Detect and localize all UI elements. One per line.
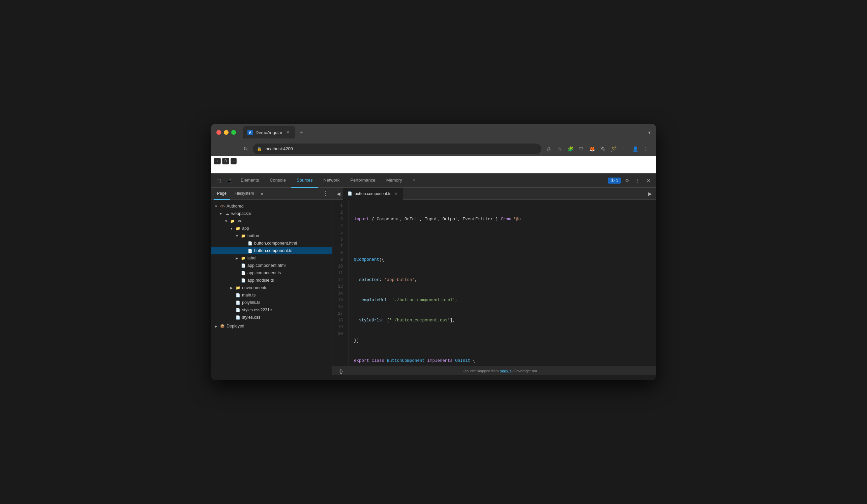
maximize-window-button[interactable] — [231, 130, 236, 135]
ext3-button[interactable]: 🪄 — [609, 144, 618, 154]
tree-item-webpack[interactable]: ☁ webpack:// — [211, 210, 332, 217]
tree-item-label-folder[interactable]: 📁 label — [211, 254, 332, 262]
line-num-9: 9 — [335, 256, 343, 263]
devtools-device-icon[interactable]: 📱 — [225, 176, 234, 185]
tree-item-app-html[interactable]: 📄 app.component.html — [211, 262, 332, 269]
line-num-3: 3 — [335, 216, 343, 223]
address-bar[interactable]: 🔒 localhost:4200 — [253, 143, 542, 154]
tree-item-app-module[interactable]: 📄 app.module.ts — [211, 277, 332, 284]
line-num-13: 13 — [335, 283, 343, 290]
close-window-button[interactable] — [216, 130, 221, 135]
tree-item-button-folder[interactable]: 📁 button — [211, 232, 332, 240]
tree-item-polyfills[interactable]: 📄 polyfills.ts — [211, 299, 332, 306]
line-num-20: 20 — [335, 330, 343, 337]
main-ts-icon: 📄 — [235, 293, 241, 298]
bookmark-button[interactable]: ☆ — [555, 144, 564, 154]
tree-item-authored[interactable]: </> Authored — [211, 202, 332, 210]
editor-tab-close-button[interactable]: ✕ — [393, 191, 399, 196]
devtools-settings-button[interactable]: ⚙ — [622, 176, 632, 185]
tree-item-src[interactable]: 📁 src — [211, 217, 332, 225]
tab-dropdown-button[interactable]: ▾ — [648, 130, 651, 135]
line-num-15: 15 — [335, 297, 343, 304]
issues-badge-button[interactable]: 🛈 1 — [608, 177, 621, 184]
tab-close-button[interactable]: ✕ — [285, 130, 291, 135]
ext4-button[interactable]: ⬚ — [620, 144, 629, 154]
file-tree: </> Authored ☁ webpack:// 📁 — [211, 200, 332, 375]
sidebar-menu-button[interactable]: ⋮ — [321, 190, 329, 198]
nav-actions: ⎙ ☆ 🧩 🛡 🦊 🔌 🪄 ⬚ 👤 ⋮ — [544, 144, 651, 154]
issues-count: 1 — [616, 178, 618, 183]
tab-memory[interactable]: Memory — [381, 174, 408, 188]
sidebar-more-button[interactable]: » — [258, 191, 265, 196]
tab-network[interactable]: Network — [318, 174, 345, 188]
zoom-level: 0 — [222, 158, 229, 164]
forward-button[interactable]: → — [228, 144, 238, 154]
devtools-pointer-icon[interactable]: ⬚ — [214, 176, 223, 185]
tab-title: DemoAngular — [256, 130, 282, 135]
line-num-6: 6 — [335, 236, 343, 243]
metamask-button[interactable]: 🦊 — [587, 144, 597, 154]
tree-item-main-ts[interactable]: 📄 main.ts — [211, 292, 332, 299]
tree-item-app[interactable]: 📁 app — [211, 225, 332, 232]
more-options-button[interactable]: ⋮ — [641, 144, 651, 154]
tree-item-styles-231c[interactable]: 📄 styles.css?231c — [211, 306, 332, 314]
tree-item-app-ts[interactable]: 📄 app.component.ts — [211, 269, 332, 277]
deployed-icon: 📦 — [220, 324, 225, 329]
main-area: + 0 - ⬚ 📱 Elements Console Sources Netwo… — [211, 156, 656, 380]
source-map-link[interactable]: main.js — [500, 369, 511, 373]
tab-more[interactable]: » — [408, 174, 421, 188]
tab-console[interactable]: Console — [264, 174, 291, 188]
source-map-label2: ) Coverage: n/a — [511, 369, 537, 373]
zoom-in-button[interactable]: + — [214, 158, 221, 164]
sidebar-tab-filesystem[interactable]: Filesystem — [231, 188, 257, 200]
address-secure-icon: 🔒 — [257, 146, 262, 151]
source-map-label: (source mapped from — [463, 369, 500, 373]
extensions-button[interactable]: 🧩 — [566, 144, 575, 154]
line-num-17: 17 — [335, 310, 343, 317]
styles-231c-label: styles.css?231c — [242, 308, 272, 312]
tab-sources[interactable]: Sources — [291, 174, 318, 188]
minimize-window-button[interactable] — [224, 130, 228, 135]
tree-item-styles-css[interactable]: 📄 styles.css — [211, 314, 332, 321]
tree-item-button-ts[interactable]: 📄 button.component.ts — [211, 247, 332, 254]
tree-item-environments[interactable]: 📁 environments — [211, 284, 332, 292]
webpack-label: webpack:// — [231, 211, 251, 216]
refresh-button[interactable]: ↻ — [241, 144, 250, 154]
format-code-button[interactable]: {} — [336, 367, 346, 375]
profile-button[interactable]: 👤 — [630, 144, 640, 154]
browser-tab-demoangular[interactable]: A DemoAngular ✕ — [243, 126, 295, 139]
devtools-body: Page Filesystem » ⋮ </> Authored — [211, 188, 656, 375]
devtools-close-button[interactable]: ✕ — [644, 176, 653, 185]
editor-tabs: ◀ 📄 button.component.ts ✕ ▶ — [332, 188, 656, 200]
label-folder-icon: 📁 — [241, 255, 246, 261]
src-folder-icon: 📁 — [230, 218, 235, 224]
styles-231c-icon: 📄 — [235, 307, 241, 313]
tree-item-button-html[interactable]: 📄 button.component.html — [211, 240, 332, 247]
label-folder-label: label — [247, 256, 256, 260]
tree-item-deployed[interactable]: 📦 Deployed — [211, 322, 332, 330]
share-button[interactable]: ⎙ — [544, 144, 554, 154]
tab-performance[interactable]: Performance — [345, 174, 381, 188]
app-ts-label: app.component.ts — [247, 271, 281, 275]
devtools-toolbar: ⬚ 📱 Elements Console Sources Network Per… — [211, 174, 656, 188]
source-map-text: (source mapped from main.js) Coverage: n… — [349, 369, 652, 373]
code-area[interactable]: 1 2 3 4 5 6 7 8 9 10 11 12 13 — [332, 200, 656, 366]
authored-label: Authored — [226, 204, 244, 209]
devtools-more-button[interactable]: ⋮ — [633, 176, 642, 185]
adblock-button[interactable]: 🛡 — [576, 144, 586, 154]
line-num-16: 16 — [335, 304, 343, 310]
environments-label: environments — [242, 285, 267, 290]
editor-tab-nav-left[interactable]: ◀ — [334, 189, 343, 198]
button-folder-label: button — [247, 233, 259, 238]
code-content: import { Component, OnInit, Input, Outpu… — [349, 200, 656, 366]
editor-tab-nav-right[interactable]: ▶ — [645, 189, 655, 198]
new-tab-button[interactable]: + — [297, 128, 306, 137]
sidebar-tab-page[interactable]: Page — [214, 188, 230, 200]
tab-elements[interactable]: Elements — [235, 174, 264, 188]
zoom-out-button[interactable]: - — [231, 158, 237, 164]
app-module-icon: 📄 — [241, 277, 246, 283]
line-num-4: 4 — [335, 223, 343, 229]
ext2-button[interactable]: 🔌 — [598, 144, 608, 154]
editor-tab-button-ts[interactable]: 📄 button.component.ts ✕ — [343, 188, 403, 200]
back-button[interactable]: ← — [216, 144, 226, 154]
